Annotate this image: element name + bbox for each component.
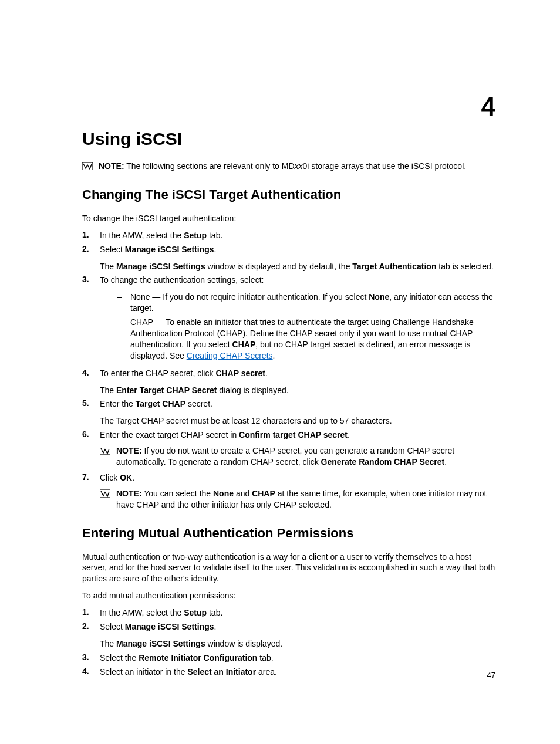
- list-item: 1. In the AMW, select the Setup tab.: [82, 230, 495, 241]
- note-block: NOTE: The following sections are relevan…: [82, 161, 495, 172]
- note-text: NOTE: If you do not want to create a CHA…: [116, 445, 495, 468]
- list-item: 7. Click OK.: [82, 472, 495, 483]
- list-item: 3. To change the authentication settings…: [82, 275, 495, 364]
- section-intro: To change the iSCSI target authenticatio…: [82, 213, 495, 224]
- ordered-list: 1. In the AMW, select the Setup tab. 2. …: [82, 607, 495, 677]
- list-item: 3. Select the Remote Initiator Configura…: [82, 652, 495, 664]
- list-item: 5. Enter the Target CHAP secret. The Tar…: [82, 398, 495, 427]
- list-item: 4. Select an initiator in the Select an …: [82, 667, 495, 678]
- note-icon: [100, 489, 110, 498]
- list-item: 2. Select Manage iSCSI Settings. The Man…: [82, 621, 495, 650]
- ordered-list: 1. In the AMW, select the Setup tab. 2. …: [82, 230, 495, 441]
- note-block: NOTE: If you do not want to create a CHA…: [100, 445, 495, 468]
- page-number: 47: [487, 671, 495, 679]
- note-text: NOTE: You can select the None and CHAP a…: [116, 488, 495, 510]
- note-text: NOTE: The following sections are relevan…: [99, 161, 495, 172]
- note-icon: [100, 447, 110, 455]
- body-paragraph: Mutual authentication or two-way authent…: [82, 552, 495, 585]
- note-icon: [82, 162, 93, 170]
- link-creating-chap-secrets[interactable]: Creating CHAP Secrets: [187, 351, 273, 360]
- list-item: 4. To enter the CHAP secret, click CHAP …: [82, 368, 495, 396]
- page-title: Using iSCSI: [82, 129, 495, 149]
- section-heading: Entering Mutual Authentication Permissio…: [82, 526, 495, 541]
- body-paragraph: To add mutual authentication permissions…: [82, 590, 495, 601]
- list-item: 1. In the AMW, select the Setup tab.: [82, 607, 495, 618]
- section-heading: Changing The iSCSI Target Authentication: [82, 187, 495, 202]
- list-item: 2. Select Manage iSCSI Settings. The Man…: [82, 244, 495, 272]
- sublist-item: – None — If you do not require initiator…: [117, 292, 495, 314]
- sublist: – None — If you do not require initiator…: [117, 292, 495, 361]
- list-item: 6. Enter the exact target CHAP secret in…: [82, 430, 495, 441]
- sublist-item: – CHAP — To enable an initiator that tri…: [117, 317, 495, 361]
- chapter-number: 4: [481, 94, 495, 120]
- ordered-list: 7. Click OK.: [82, 472, 495, 483]
- note-block: NOTE: You can select the None and CHAP a…: [100, 488, 495, 510]
- document-page: 4 Using iSCSI NOTE: The following sectio…: [0, 0, 560, 744]
